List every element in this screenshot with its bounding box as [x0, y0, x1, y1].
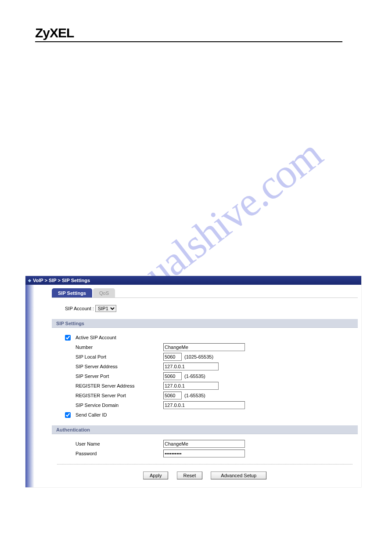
sip-local-port-note: (1025-65535) — [184, 354, 213, 359]
app-window: ◆ VoIP > SIP > SIP Settings SIP Settings… — [25, 276, 361, 487]
register-server-addr-label: REGISTER Server Address — [76, 383, 163, 388]
register-server-addr-input[interactable] — [163, 382, 219, 390]
sip-service-domain-label: SIP Service Domain — [76, 403, 163, 408]
sip-server-port-input[interactable] — [163, 372, 182, 380]
section-authentication-header: Authentication — [52, 425, 358, 434]
send-caller-id-label: Send Caller ID — [76, 412, 163, 417]
section-sip-settings-header: SIP Settings — [52, 319, 358, 328]
breadcrumb: VoIP > SIP > SIP Settings — [33, 276, 90, 285]
sip-server-addr-input[interactable] — [163, 363, 219, 370]
send-caller-id-checkbox[interactable] — [65, 412, 71, 418]
number-input[interactable] — [163, 343, 245, 351]
sip-local-port-label: SIP Local Port — [76, 354, 163, 359]
active-sip-label: Active SIP Account — [76, 335, 163, 340]
sip-local-port-input[interactable] — [163, 353, 182, 361]
username-label: User Name — [76, 441, 163, 446]
diamond-icon: ◆ — [28, 276, 31, 285]
sip-server-port-label: SIP Server Port — [76, 374, 163, 379]
register-server-port-input[interactable] — [163, 392, 182, 399]
sip-account-label: SIP Account : — [65, 306, 94, 311]
sip-server-addr-label: SIP Server Address — [76, 364, 163, 369]
brand-logo: ZyXEL — [35, 25, 74, 40]
header-rule — [35, 41, 342, 42]
tab-qos[interactable]: QoS — [93, 288, 115, 297]
advanced-setup-button[interactable]: Advanced Setup — [211, 472, 266, 479]
window-titlebar: ◆ VoIP > SIP > SIP Settings — [25, 276, 361, 285]
reset-button[interactable]: Reset — [177, 472, 203, 479]
active-sip-checkbox[interactable] — [65, 335, 71, 341]
side-gradient — [25, 285, 34, 487]
sip-service-domain-input[interactable] — [163, 401, 245, 409]
tab-sip-settings[interactable]: SIP Settings — [52, 288, 92, 297]
password-label: Password — [76, 451, 163, 456]
username-input[interactable] — [163, 440, 245, 448]
tab-bar: SIP Settings QoS — [52, 288, 361, 297]
password-input[interactable] — [163, 450, 245, 457]
apply-button[interactable]: Apply — [143, 472, 169, 479]
register-server-port-note: (1-65535) — [184, 393, 205, 398]
sip-account-select[interactable]: SIP1 — [95, 305, 116, 312]
number-label: Number — [76, 345, 163, 350]
register-server-port-label: REGISTER Server Port — [76, 393, 163, 398]
sip-server-port-note: (1-65535) — [184, 374, 205, 379]
